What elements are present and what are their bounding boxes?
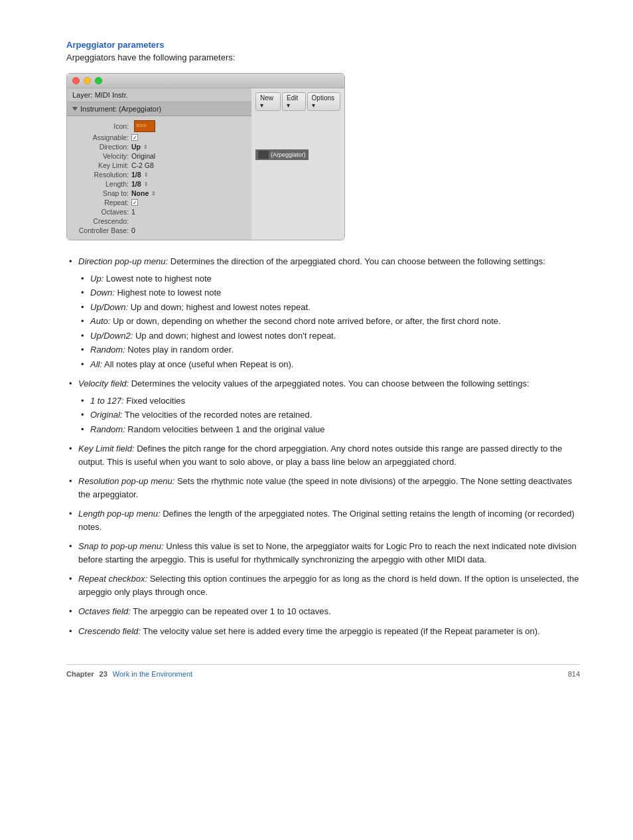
new-button[interactable]: New ▾ <box>255 92 281 111</box>
instrument-label: Instrument: (Arpeggiator) <box>80 105 161 113</box>
bullet-keylimit: Key Limit field: Defines the pitch range… <box>66 442 580 468</box>
traffic-light-red <box>72 77 80 84</box>
footer-chapter-link: Work in the Environment <box>113 670 192 678</box>
resolution-value: 1/8 <box>131 171 141 179</box>
bullet-repeat-prefix: Repeat checkbox: <box>78 574 147 584</box>
bullet-velocity-prefix: Velocity field: <box>78 378 129 388</box>
velocity-label: Velocity: <box>72 152 129 160</box>
footer-chapter: Chapter 23 Work in the Environment <box>66 670 192 678</box>
bullet-keylimit-prefix: Key Limit field: <box>78 444 135 454</box>
octaves-label: Octaves: <box>72 208 129 216</box>
arpeggiator-label: (Arpeggiator) <box>271 151 306 158</box>
bullet-repeat: Repeat checkbox: Selecting this option c… <box>66 572 580 598</box>
octaves-value: 1 <box>131 208 135 216</box>
resolution-label: Resolution: <box>72 171 129 179</box>
sub-list-velocity: 1 to 127: Fixed velocities Original: The… <box>78 394 580 436</box>
bullet-resolution-prefix: Resolution pop-up menu: <box>78 476 175 486</box>
sub-direction-down: Down: Highest note to lowest note <box>78 286 580 299</box>
icon-box <box>134 120 155 132</box>
snapto-arrow: ⇕ <box>151 191 156 197</box>
sub-direction-updown2: Up/Down2: Up and down; highest and lowes… <box>78 329 580 343</box>
arpeggiator-block: (Arpeggiator) <box>255 149 309 160</box>
footer-chapter-num: 23 <box>100 670 107 678</box>
section-title: Arpeggiator parameters <box>66 40 580 50</box>
main-bullet-list: Direction pop-up menu: Determines the di… <box>66 255 580 637</box>
sub-direction-up: Up: Lowest note to highest note <box>78 272 580 286</box>
sub-list-direction: Up: Lowest note to highest note Down: Hi… <box>78 272 580 371</box>
bullet-octaves-prefix: Octaves field: <box>78 606 131 616</box>
repeat-label: Repeat: <box>72 199 129 207</box>
icon-label: Icon: <box>72 122 129 130</box>
crescendo-label: Crescendo: <box>72 217 129 225</box>
direction-value: Up <box>131 143 141 151</box>
ui-layer-bar: Layer: MIDI Instr. <box>67 88 251 102</box>
assignable-check: ✓ <box>131 134 138 141</box>
footer-chapter-label: Chapter <box>66 670 94 678</box>
bullet-crescendo-prefix: Crescendo field: <box>78 626 141 636</box>
options-button[interactable]: Options ▾ <box>307 92 340 111</box>
triangle-icon <box>72 107 78 111</box>
repeat-check: ✓ <box>131 199 138 206</box>
edit-button[interactable]: Edit ▾ <box>282 92 306 111</box>
arp-icon <box>258 151 269 159</box>
sub-velocity-random: Random: Random velocities between 1 and … <box>78 423 580 436</box>
bullet-crescendo: Crescendo field: The velocity value set … <box>66 625 580 638</box>
sub-velocity-original: Original: The velocities of the recorded… <box>78 408 580 422</box>
footer: Chapter 23 Work in the Environment 814 <box>66 664 580 678</box>
ui-mockup: Layer: MIDI Instr. Instrument: (Arpeggia… <box>66 73 345 240</box>
ui-titlebar <box>67 74 344 88</box>
resolution-arrow: ⇕ <box>144 172 149 178</box>
bullet-octaves: Octaves field: The arpeggio can be repea… <box>66 605 580 618</box>
direction-label: Direction: <box>72 143 129 151</box>
length-label: Length: <box>72 180 129 188</box>
keylimit-value: C-2 G8 <box>131 161 154 169</box>
snapto-value: None <box>131 189 149 197</box>
bullet-direction: Direction pop-up menu: Determines the di… <box>66 255 580 371</box>
bullet-length: Length pop-up menu: Defines the length o… <box>66 507 580 533</box>
sub-direction-all: All: All notes play at once (useful when… <box>78 358 580 371</box>
bullet-snapto-prefix: Snap to pop-up menu: <box>78 541 164 551</box>
footer-page-num: 814 <box>568 670 580 678</box>
controllerbase-label: Controller Base: <box>72 226 129 234</box>
keylimit-label: Key Limit: <box>72 161 129 169</box>
ui-right-panel: New ▾ Edit ▾ Options ▾ (Arpeggiator) <box>251 88 344 240</box>
controllerbase-value: 0 <box>131 226 135 234</box>
sub-direction-auto: Auto: Up or down, depending on whether t… <box>78 315 580 328</box>
snapto-label: Snap to: <box>72 189 129 197</box>
velocity-value: Original <box>131 152 155 160</box>
section-intro: Arpeggiators have the following paramete… <box>66 52 580 62</box>
bullet-resolution: Resolution pop-up menu: Sets the rhythmi… <box>66 475 580 501</box>
traffic-light-yellow <box>84 77 91 84</box>
top-buttons: New ▾ Edit ▾ Options ▾ <box>255 92 340 111</box>
sub-direction-updown: Up/Down: Up and down; highest and lowest… <box>78 301 580 314</box>
ui-params: Icon: Assignable: ✓ Direction: Up ⇕ Velo… <box>67 116 251 240</box>
bullet-velocity: Velocity field: Determines the velocity … <box>66 377 580 436</box>
sub-velocity-fixed: 1 to 127: Fixed velocities <box>78 394 580 408</box>
bullet-snapto: Snap to pop-up menu: Unless this value i… <box>66 540 580 566</box>
bullet-length-prefix: Length pop-up menu: <box>78 509 161 519</box>
sub-direction-random: Random: Notes play in random order. <box>78 343 580 357</box>
bullet-direction-prefix: Direction pop-up menu: <box>78 256 168 266</box>
assignable-label: Assignable: <box>72 133 129 141</box>
direction-arrow: ⇕ <box>143 144 148 150</box>
length-arrow: ⇕ <box>144 181 149 187</box>
length-value: 1/8 <box>131 180 141 188</box>
traffic-light-green <box>95 77 102 84</box>
ui-instrument-header: Instrument: (Arpeggiator) <box>67 102 251 116</box>
